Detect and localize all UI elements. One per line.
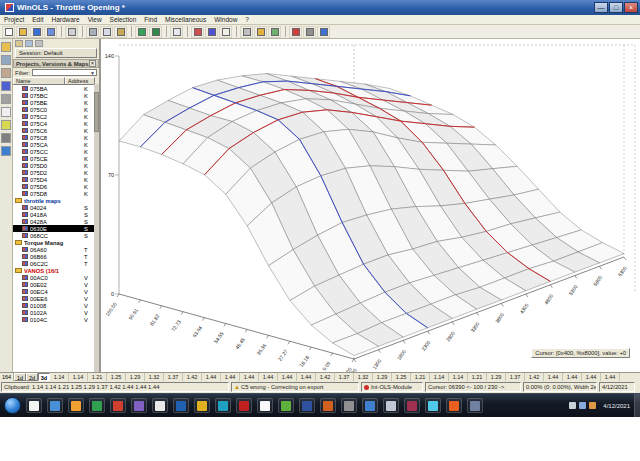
map-row[interactable]: 075C2K bbox=[13, 113, 94, 120]
axis-cell[interactable]: 1.37 bbox=[506, 373, 525, 381]
pin-icon[interactable] bbox=[35, 40, 43, 47]
settings-button[interactable] bbox=[303, 26, 316, 38]
axis-cell[interactable]: 1.44 bbox=[563, 373, 582, 381]
settings-icon[interactable] bbox=[1, 133, 11, 143]
map-row[interactable]: 0102AV bbox=[13, 309, 94, 316]
axis-cell[interactable]: 1.14 bbox=[430, 373, 449, 381]
hex-view-icon[interactable] bbox=[1, 94, 11, 104]
map-row[interactable]: 0418AS bbox=[13, 211, 94, 218]
axis-cell[interactable]: 1.21 bbox=[88, 373, 107, 381]
axis-cell[interactable]: 1.21 bbox=[468, 373, 487, 381]
map-row[interactable]: 075D4K bbox=[13, 176, 94, 183]
menu-project[interactable]: Project bbox=[0, 16, 28, 23]
taskbar-app-5-icon[interactable] bbox=[110, 398, 126, 413]
taskbar-app-10-icon[interactable] bbox=[215, 398, 231, 413]
import-icon[interactable] bbox=[1, 68, 11, 78]
compare-button[interactable] bbox=[268, 26, 281, 38]
save-all-button[interactable] bbox=[44, 26, 57, 38]
minimize-button[interactable]: — bbox=[594, 2, 608, 13]
axis-cell[interactable]: 1.42 bbox=[183, 373, 202, 381]
open-project-icon[interactable] bbox=[1, 42, 11, 52]
map-row[interactable]: 00EE6V bbox=[13, 295, 94, 302]
axis-cell[interactable]: 1.44 bbox=[544, 373, 563, 381]
axis-cell[interactable]: 1.44 bbox=[297, 373, 316, 381]
menu-miscellaneous[interactable]: Miscellaneous bbox=[161, 16, 210, 23]
map-row[interactable]: 06A60T bbox=[13, 246, 94, 253]
start-button[interactable] bbox=[4, 397, 21, 414]
view-2d-button[interactable] bbox=[191, 26, 204, 38]
axis-cell[interactable]: 1.44 bbox=[582, 373, 601, 381]
tray-network-icon[interactable] bbox=[569, 402, 576, 409]
map-row[interactable]: 075D0K bbox=[13, 162, 94, 169]
axis-cell[interactable]: 1.37 bbox=[335, 373, 354, 381]
sidebar-scrollbar[interactable] bbox=[94, 84, 99, 372]
axis-cell[interactable]: 1.37 bbox=[164, 373, 183, 381]
taskbar-app-11-icon[interactable] bbox=[236, 398, 252, 413]
map-row[interactable]: 075BAK bbox=[13, 85, 94, 92]
scrollbar-thumb[interactable] bbox=[94, 92, 99, 132]
folder-row[interactable]: Torque Manag bbox=[13, 239, 94, 246]
axis-cell[interactable]: 1.42 bbox=[316, 373, 335, 381]
axis-cell[interactable]: 1.44 bbox=[259, 373, 278, 381]
taskbar-app-15-icon[interactable] bbox=[320, 398, 336, 413]
map-row[interactable]: 068CCS bbox=[13, 232, 94, 239]
taskbar-app-2-icon[interactable] bbox=[47, 398, 63, 413]
session-selector[interactable]: Session: Default bbox=[15, 48, 97, 58]
close-button[interactable]: × bbox=[624, 2, 638, 13]
search-icon[interactable] bbox=[1, 55, 11, 65]
axis-cell[interactable]: 1.29 bbox=[373, 373, 392, 381]
axis-cell[interactable]: 1.29 bbox=[126, 373, 145, 381]
axis-cell[interactable]: 1.14 bbox=[449, 373, 468, 381]
map-row[interactable]: 075C4K bbox=[13, 120, 94, 127]
axis-cell[interactable]: 1.14 bbox=[50, 373, 69, 381]
map-row[interactable]: 075C0K bbox=[13, 106, 94, 113]
map-row[interactable]: 075CEK bbox=[13, 155, 94, 162]
tab-2d[interactable]: 2d bbox=[26, 373, 38, 381]
taskbar-app-6-icon[interactable] bbox=[131, 398, 147, 413]
dock-icon[interactable] bbox=[15, 40, 23, 47]
taskbar-app-13-icon[interactable] bbox=[278, 398, 294, 413]
panel-close-icon[interactable]: × bbox=[89, 60, 96, 67]
connect-button[interactable] bbox=[289, 26, 302, 38]
map-row[interactable]: 01008V bbox=[13, 302, 94, 309]
properties-button[interactable] bbox=[240, 26, 253, 38]
surface-plot[interactable]: 0701408001300180023002800330038004300480… bbox=[101, 39, 640, 372]
taskbar-app-18-icon[interactable] bbox=[383, 398, 399, 413]
text-view-icon[interactable] bbox=[1, 107, 11, 117]
map-row[interactable]: 00AC0V bbox=[13, 274, 94, 281]
axis-cell[interactable]: 1.14 bbox=[69, 373, 88, 381]
new-button[interactable] bbox=[2, 26, 15, 38]
help-button[interactable] bbox=[317, 26, 330, 38]
taskbar-app-14-icon[interactable] bbox=[299, 398, 315, 413]
taskbar-app-8-icon[interactable] bbox=[173, 398, 189, 413]
map-row[interactable]: 075C8K bbox=[13, 134, 94, 141]
map-row[interactable]: 06C2CT bbox=[13, 260, 94, 267]
menu-find[interactable]: Find bbox=[140, 16, 161, 23]
tray-clock[interactable]: 4/12/2021 bbox=[603, 403, 630, 409]
axis-cell[interactable]: 1.25 bbox=[107, 373, 126, 381]
axis-cell[interactable]: 1.29 bbox=[487, 373, 506, 381]
taskbar-app-9-icon[interactable] bbox=[194, 398, 210, 413]
map-row[interactable]: 04024S bbox=[13, 204, 94, 211]
map-row[interactable]: 0104CV bbox=[13, 316, 94, 323]
show-desktop-button[interactable] bbox=[634, 394, 640, 417]
paste-button[interactable] bbox=[114, 26, 127, 38]
axis-cell[interactable]: 1.25 bbox=[392, 373, 411, 381]
taskbar-app-1-icon[interactable] bbox=[26, 398, 42, 413]
menu-hardware[interactable]: Hardware bbox=[47, 16, 83, 23]
copy-button[interactable] bbox=[100, 26, 113, 38]
taskbar-app-20-icon[interactable] bbox=[425, 398, 441, 413]
folder-row[interactable]: throttle maps bbox=[13, 197, 94, 204]
taskbar-app-21-icon[interactable] bbox=[446, 398, 462, 413]
checksum-button[interactable] bbox=[254, 26, 267, 38]
taskbar-app-12-icon[interactable] bbox=[257, 398, 273, 413]
map-row[interactable]: 00EC4V bbox=[13, 288, 94, 295]
map-row[interactable]: 0428AS bbox=[13, 218, 94, 225]
axis-cell[interactable]: 1.44 bbox=[221, 373, 240, 381]
axis-cell[interactable]: 1.21 bbox=[411, 373, 430, 381]
tab-1d[interactable]: 1d bbox=[14, 373, 26, 381]
axis-cell[interactable]: 1.44 bbox=[202, 373, 221, 381]
map-row[interactable]: 075D8K bbox=[13, 190, 94, 197]
axis-cell[interactable]: 1.44 bbox=[601, 373, 620, 381]
axis-cell[interactable]: 1.32 bbox=[354, 373, 373, 381]
